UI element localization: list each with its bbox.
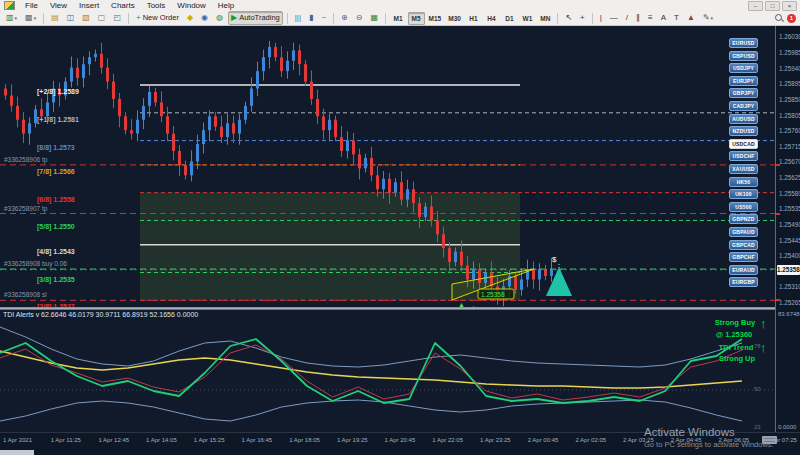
time-tick: 1 Apr 12:45 [98, 437, 129, 443]
notification-badge-icon[interactable]: 1 [787, 14, 796, 23]
trendline-tool-button[interactable]: / [623, 11, 631, 25]
symbol-button-us500[interactable]: US500 [729, 202, 758, 212]
candle [274, 47, 277, 57]
price-tick: 1.26030 [779, 33, 800, 40]
order-label: #336258907 tp [4, 205, 47, 212]
candle [130, 130, 133, 133]
channel-tool-button[interactable]: ∥ [633, 11, 643, 25]
candle [328, 120, 331, 130]
restore-button[interactable]: □ [765, 1, 780, 11]
text-tool-button[interactable]: A [658, 11, 669, 25]
timeframe-w1[interactable]: W1 [519, 12, 536, 25]
crosshair-tool-icon: + [580, 12, 585, 24]
chart-panel[interactable]: ▲▲1.25358$ [+2/8] 1.2589[+1/8] 1.2581[8/… [0, 26, 775, 307]
symbol-button-eurusd[interactable]: EURUSD [729, 38, 758, 48]
autotrading-toggle[interactable]: ▶AutoTrading [228, 11, 283, 25]
price-tick: 1.25310 [779, 283, 800, 290]
timeframe-m5[interactable]: M5 [408, 12, 425, 25]
timeframe-h4[interactable]: H4 [483, 12, 500, 25]
menu-item-insert[interactable]: Insert [73, 1, 105, 11]
symbol-button-gbpcad[interactable]: GBPCAD [729, 240, 758, 250]
timeframe-m15[interactable]: M15 [426, 12, 445, 25]
symbol-button-gbpusd[interactable]: GBPUSD [729, 51, 758, 61]
symbol-button-gbpnzd[interactable]: GBPNZD [729, 214, 758, 224]
symbol-button-eurgbp[interactable]: EURGBP [729, 277, 758, 287]
symbol-button-gbpjpy[interactable]: GBPJPY [729, 88, 758, 98]
crosshair-tool-button[interactable]: + [577, 11, 588, 25]
fibonacci-tool-button[interactable]: ≡ [645, 11, 656, 25]
tile-windows-button[interactable]: ▦ [368, 11, 382, 25]
menu-item-help[interactable]: Help [212, 1, 240, 11]
menu-item-view[interactable]: View [44, 1, 73, 11]
symbol-button-eurjpy[interactable]: EURJPY [729, 76, 758, 86]
symbol-button-nzdusd[interactable]: NZDUSD [729, 126, 758, 136]
chart-canvas[interactable]: ▲▲1.25358$ [0, 26, 775, 307]
timeframe-h1[interactable]: H1 [465, 12, 482, 25]
menu-item-file[interactable]: File [19, 1, 44, 11]
profiles-button[interactable]: ▩▾ [22, 11, 39, 25]
symbol-button-uk100[interactable]: UK100 [729, 189, 758, 199]
toolbar-separator [592, 13, 593, 24]
symbol-button-xauusd[interactable]: XAUUSD [729, 164, 758, 174]
candle [172, 134, 175, 151]
community-button[interactable]: ◍ [213, 11, 226, 25]
price-tick: 1.25715 [779, 143, 800, 150]
menu-item-tools[interactable]: Tools [141, 1, 172, 11]
candle [190, 161, 193, 175]
signal-strong-buy: Strong Buy [712, 318, 758, 327]
data-window-button[interactable]: ◫ [64, 11, 78, 25]
candle [238, 120, 241, 134]
symbol-button-usdchf[interactable]: USDCHF [729, 151, 758, 161]
symbol-button-usdjpy[interactable]: USDJPY [729, 63, 758, 73]
new-chart-button[interactable]: ▥▾ [3, 11, 20, 25]
zoom-in-button[interactable]: ⊕ [338, 11, 351, 25]
draw-tool-button[interactable]: ✎▾ [700, 11, 716, 25]
menu-item-charts[interactable]: Charts [105, 1, 141, 11]
tdi-indicator-panel[interactable]: TDI Alerts v 62.6646 46.0179 30.9711 66.… [0, 310, 775, 432]
timeframe-m1[interactable]: M1 [390, 12, 407, 25]
data-window-icon: ◫ [67, 12, 75, 24]
label-tool-icon: T [674, 12, 679, 24]
timeframe-d1[interactable]: D1 [501, 12, 518, 25]
search-icon[interactable] [775, 14, 783, 22]
symbol-button-gbpaud[interactable]: GBPAUD [729, 227, 758, 237]
symbol-button-euraud[interactable]: EURAUD [729, 265, 758, 275]
zoom-out-button[interactable]: ⊖ [353, 11, 366, 25]
bar-chart-mode-button[interactable]: ||| [292, 11, 304, 25]
symbol-button-cadjpy[interactable]: CADJPY [729, 101, 758, 111]
horizontal-line-tool-button[interactable]: — [607, 11, 621, 25]
terminal-icon: ◰ [113, 12, 121, 24]
indicator-scale-max: 83.6748 [778, 311, 800, 317]
cursor-tool-icon: ↖ [565, 12, 572, 24]
navigator-button[interactable]: ▧ [79, 11, 93, 25]
symbol-list-overlay: EURUSDGBPUSDUSDJPYEURJPYGBPJPYCADJPYAUDU… [729, 38, 757, 290]
terminal-button[interactable]: ◰ [110, 11, 124, 25]
time-tick: 1 Apr 16:45 [242, 437, 273, 443]
indicators-button[interactable]: ◆ [184, 11, 196, 25]
menu-item-window[interactable]: Window [171, 1, 211, 11]
candle-chart-mode-button[interactable]: ▮ [306, 11, 316, 25]
symbol-button-audusd[interactable]: AUDUSD [729, 114, 758, 124]
arrow-tool-button[interactable]: ▲ [684, 11, 698, 25]
close-button[interactable]: × [782, 1, 797, 11]
accounts-button[interactable]: ◉ [198, 11, 211, 25]
new-order-button[interactable]: +New Order [133, 11, 182, 25]
strategy-tester-button[interactable]: ▢ [95, 11, 109, 25]
chevron-down-icon: ▾ [34, 12, 37, 24]
minimize-button[interactable]: – [748, 1, 763, 11]
label-tool-button[interactable]: T [671, 11, 682, 25]
timeframe-mn[interactable]: MN [537, 12, 554, 25]
candle [208, 116, 211, 130]
candle [346, 141, 349, 151]
vertical-line-tool-button[interactable]: | [597, 11, 605, 25]
symbol-button-gbpchf[interactable]: GBPCHF [729, 252, 758, 262]
symbol-button-usdcad[interactable]: USDCAD [729, 139, 758, 149]
price-tick: 1.25805 [779, 112, 800, 119]
touch-keyboard-icon[interactable] [762, 436, 777, 444]
symbol-button-hk50[interactable]: HK50 [729, 177, 758, 187]
market-watch-button[interactable]: ▤ [48, 11, 62, 25]
line-chart-mode-button[interactable]: ~ [318, 11, 329, 25]
cursor-tool-button[interactable]: ↖ [562, 11, 575, 25]
timeframe-m30[interactable]: M30 [445, 12, 464, 25]
price-axis[interactable]: 1.25358 83.6748 0.0000 1.260301.259851.2… [775, 26, 800, 446]
